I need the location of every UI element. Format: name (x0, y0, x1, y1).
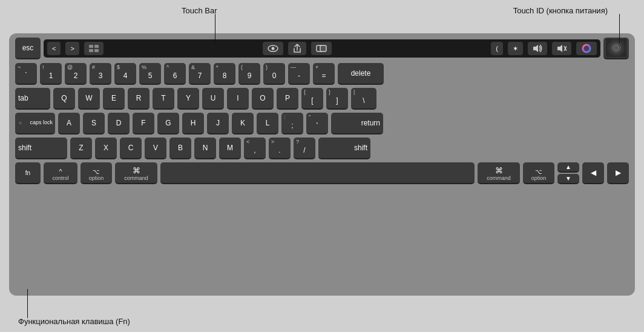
key-arrow-left[interactable]: ◀ (582, 162, 604, 184)
key-m[interactable]: M (219, 138, 241, 159)
key-command-right[interactable]: ⌘ command (478, 162, 520, 184)
asdf-row: caps lock A S D F G H J K L :; "' return (15, 113, 629, 134)
key-equal[interactable]: += (313, 63, 335, 85)
tb-share-btn[interactable] (288, 42, 306, 55)
key-l[interactable]: L (257, 113, 278, 134)
tb-eye-btn[interactable] (263, 42, 283, 55)
tb-brightness-btn[interactable]: ✶ (508, 42, 523, 55)
key-quote[interactable]: "' (306, 113, 328, 134)
key-w[interactable]: W (78, 88, 100, 110)
key-z[interactable]: Z (70, 138, 92, 159)
svg-marker-8 (533, 45, 538, 52)
touch-id-annotation-line (619, 14, 620, 43)
tb-siri-btn[interactable] (576, 42, 597, 55)
key-0[interactable]: )0 (263, 63, 285, 85)
tb-back-btn[interactable]: < (47, 42, 61, 55)
key-1[interactable]: !1 (40, 63, 62, 85)
svg-point-15 (612, 44, 620, 52)
key-semicolon[interactable]: :; (281, 113, 303, 134)
key-space[interactable] (160, 162, 475, 184)
key-option-right[interactable]: ⌥ option (523, 162, 554, 184)
key-c[interactable]: C (120, 138, 142, 159)
fn-annotation: Функциональная клавиша (Fn) (18, 317, 130, 326)
touchbar-row: esc < > ( ✶ (15, 38, 629, 59)
key-p[interactable]: P (277, 88, 298, 110)
key-backtick[interactable]: ~ ` (15, 63, 37, 85)
key-h[interactable]: H (182, 113, 204, 134)
svg-marker-9 (557, 45, 562, 52)
key-f[interactable]: F (133, 113, 154, 134)
key-b[interactable]: B (169, 138, 191, 159)
key-i[interactable]: I (227, 88, 249, 110)
svg-rect-3 (94, 49, 99, 52)
esc-key[interactable]: esc (15, 38, 41, 59)
key-command-left[interactable]: ⌘ command (115, 162, 157, 184)
key-5[interactable]: %5 (139, 63, 161, 85)
tb-volume-btn[interactable] (528, 42, 547, 55)
touch-bar-strip[interactable]: < > ( ✶ (44, 39, 600, 58)
touch-id-annotation: Touch ID (кнопка питания) (513, 6, 608, 15)
key-shift-right[interactable]: shift (318, 138, 370, 159)
key-g[interactable]: G (157, 113, 179, 134)
key-r[interactable]: R (128, 88, 150, 110)
svg-rect-2 (89, 49, 93, 52)
key-x[interactable]: X (95, 138, 117, 159)
keyboard: esc < > ( ✶ (9, 33, 635, 296)
key-k[interactable]: K (232, 113, 254, 134)
key-tab[interactable]: tab (15, 88, 50, 110)
svg-rect-1 (94, 45, 99, 48)
key-7[interactable]: &7 (189, 63, 211, 85)
key-shift-left[interactable]: shift (15, 138, 67, 159)
key-comma[interactable]: <, (244, 138, 266, 159)
key-control[interactable]: ^ control (44, 162, 77, 184)
key-d[interactable]: D (108, 113, 130, 134)
key-minus[interactable]: —- (288, 63, 310, 85)
key-fn[interactable]: fn (15, 162, 41, 184)
key-period[interactable]: >. (269, 138, 291, 159)
key-caps-lock[interactable]: caps lock (15, 113, 55, 134)
key-2[interactable]: @2 (65, 63, 87, 85)
tb-overlap-btn[interactable] (311, 42, 332, 55)
touch-bar-annotation-line (215, 14, 215, 43)
key-v[interactable]: V (145, 138, 166, 159)
key-arrow-down[interactable]: ▼ (557, 174, 579, 184)
key-y[interactable]: Y (177, 88, 199, 110)
touch-id-key[interactable] (603, 38, 629, 59)
key-arrow-right[interactable]: ▶ (607, 162, 629, 184)
svg-rect-0 (89, 45, 93, 48)
key-bracket-close[interactable]: }] (326, 88, 348, 110)
svg-rect-7 (320, 45, 326, 51)
key-8[interactable]: *8 (214, 63, 235, 85)
key-delete[interactable]: delete (338, 63, 384, 85)
touch-id-surface (606, 39, 626, 57)
key-4[interactable]: $4 (114, 63, 136, 85)
number-row: ~ ` !1 @2 #3 $4 %5 ^6 &7 *8 (9 )0 —- += … (15, 63, 629, 85)
key-arrow-up[interactable]: ▲ (557, 162, 579, 173)
key-3[interactable]: #3 (90, 63, 111, 85)
modifier-row: fn ^ control ⌥ option ⌘ command ⌘ comman… (15, 162, 629, 184)
key-return[interactable]: return (331, 113, 383, 134)
qwerty-row: tab Q W E R T Y U I O P {[ }] |\ (15, 88, 629, 110)
tb-app-switcher-btn[interactable] (84, 42, 104, 55)
key-option-left[interactable]: ⌥ option (80, 162, 112, 184)
key-backslash[interactable]: |\ (351, 88, 376, 110)
key-e[interactable]: E (103, 88, 125, 110)
tb-brightness-ctrl-btn[interactable]: ( (491, 42, 503, 55)
key-bracket-open[interactable]: {[ (301, 88, 323, 110)
key-6[interactable]: ^6 (164, 63, 186, 85)
key-o[interactable]: O (252, 88, 274, 110)
key-u[interactable]: U (202, 88, 224, 110)
key-slash[interactable]: ?/ (294, 138, 315, 159)
zxcv-row: shift Z X C V B N M <, >. ?/ shift (15, 138, 629, 159)
key-s[interactable]: S (83, 113, 105, 134)
key-q[interactable]: Q (53, 88, 75, 110)
key-t[interactable]: T (153, 88, 174, 110)
tb-mute-btn[interactable] (552, 42, 571, 55)
key-j[interactable]: J (207, 113, 229, 134)
key-a[interactable]: A (58, 113, 80, 134)
tb-forward-btn[interactable]: > (65, 42, 79, 55)
key-n[interactable]: N (194, 138, 216, 159)
key-9[interactable]: (9 (238, 63, 260, 85)
svg-point-5 (272, 47, 275, 50)
svg-point-14 (614, 45, 619, 50)
